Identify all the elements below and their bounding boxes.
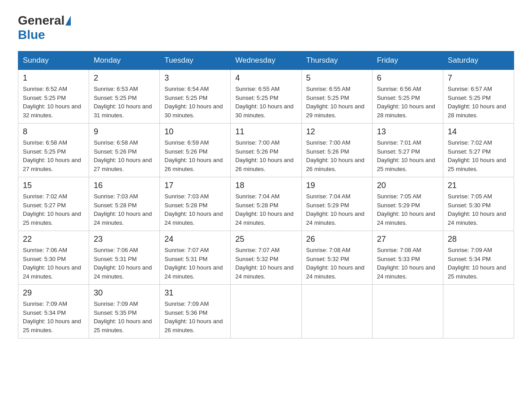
day-header-thursday: Thursday bbox=[301, 51, 372, 70]
day-number: 20 bbox=[377, 181, 438, 190]
calendar-cell: 12Sunrise: 7:00 AMSunset: 5:26 PMDayligh… bbox=[301, 124, 372, 177]
day-info: Sunrise: 7:01 AMSunset: 5:27 PMDaylight:… bbox=[377, 138, 438, 173]
day-info: Sunrise: 7:09 AMSunset: 5:35 PMDaylight:… bbox=[94, 300, 155, 334]
day-header-friday: Friday bbox=[372, 51, 443, 70]
day-info: Sunrise: 7:09 AMSunset: 5:34 PMDaylight:… bbox=[448, 246, 509, 281]
day-info: Sunrise: 6:57 AMSunset: 5:25 PMDaylight:… bbox=[448, 85, 509, 120]
calendar-cell: 20Sunrise: 7:05 AMSunset: 5:29 PMDayligh… bbox=[372, 177, 443, 231]
day-header-monday: Monday bbox=[89, 51, 160, 70]
day-number: 26 bbox=[306, 235, 368, 244]
day-info: Sunrise: 6:56 AMSunset: 5:25 PMDaylight:… bbox=[377, 85, 438, 120]
day-number: 28 bbox=[448, 235, 509, 244]
calendar-week-4: 22Sunrise: 7:06 AMSunset: 5:30 PMDayligh… bbox=[18, 231, 514, 285]
calendar-cell: 21Sunrise: 7:05 AMSunset: 5:30 PMDayligh… bbox=[443, 177, 514, 231]
calendar-week-3: 15Sunrise: 7:02 AMSunset: 5:27 PMDayligh… bbox=[18, 177, 514, 231]
calendar-cell: 29Sunrise: 7:09 AMSunset: 5:34 PMDayligh… bbox=[18, 285, 89, 338]
calendar-cell: 24Sunrise: 7:07 AMSunset: 5:31 PMDayligh… bbox=[160, 231, 231, 285]
calendar-cell: 15Sunrise: 7:02 AMSunset: 5:27 PMDayligh… bbox=[18, 177, 89, 231]
calendar-cell: 19Sunrise: 7:04 AMSunset: 5:29 PMDayligh… bbox=[301, 177, 372, 231]
calendar-cell: 14Sunrise: 7:02 AMSunset: 5:27 PMDayligh… bbox=[443, 124, 514, 177]
day-number: 6 bbox=[377, 73, 438, 83]
calendar-cell bbox=[443, 285, 514, 338]
calendar-cell bbox=[372, 285, 443, 338]
day-number: 1 bbox=[23, 73, 84, 83]
calendar-cell: 10Sunrise: 6:59 AMSunset: 5:26 PMDayligh… bbox=[160, 124, 231, 177]
calendar-cell: 26Sunrise: 7:08 AMSunset: 5:32 PMDayligh… bbox=[301, 231, 372, 285]
calendar-week-5: 29Sunrise: 7:09 AMSunset: 5:34 PMDayligh… bbox=[18, 285, 514, 338]
day-number: 11 bbox=[235, 127, 296, 137]
calendar-cell: 8Sunrise: 6:58 AMSunset: 5:25 PMDaylight… bbox=[18, 124, 89, 177]
day-number: 9 bbox=[94, 127, 155, 137]
day-info: Sunrise: 7:09 AMSunset: 5:34 PMDaylight:… bbox=[23, 300, 84, 334]
calendar-cell: 23Sunrise: 7:06 AMSunset: 5:31 PMDayligh… bbox=[89, 231, 160, 285]
day-info: Sunrise: 7:05 AMSunset: 5:30 PMDaylight:… bbox=[448, 192, 509, 227]
day-info: Sunrise: 6:58 AMSunset: 5:26 PMDaylight:… bbox=[94, 138, 155, 173]
day-number: 2 bbox=[94, 73, 155, 83]
day-number: 21 bbox=[448, 181, 509, 190]
logo-triangle-icon bbox=[65, 16, 71, 26]
calendar-cell: 1Sunrise: 6:52 AMSunset: 5:25 PMDaylight… bbox=[18, 70, 89, 124]
calendar-cell: 17Sunrise: 7:03 AMSunset: 5:28 PMDayligh… bbox=[160, 177, 231, 231]
day-header-tuesday: Tuesday bbox=[160, 51, 231, 70]
day-info: Sunrise: 7:02 AMSunset: 5:27 PMDaylight:… bbox=[448, 138, 509, 173]
day-info: Sunrise: 6:53 AMSunset: 5:25 PMDaylight:… bbox=[94, 85, 155, 120]
calendar-cell: 7Sunrise: 6:57 AMSunset: 5:25 PMDaylight… bbox=[443, 70, 514, 124]
day-info: Sunrise: 7:07 AMSunset: 5:31 PMDaylight:… bbox=[164, 246, 226, 281]
logo: General Blue bbox=[18, 13, 72, 42]
calendar-cell bbox=[231, 285, 301, 338]
calendar-cell: 28Sunrise: 7:09 AMSunset: 5:34 PMDayligh… bbox=[443, 231, 514, 285]
calendar-cell: 5Sunrise: 6:55 AMSunset: 5:25 PMDaylight… bbox=[301, 70, 372, 124]
day-info: Sunrise: 6:58 AMSunset: 5:25 PMDaylight:… bbox=[23, 138, 84, 173]
calendar-week-1: 1Sunrise: 6:52 AMSunset: 5:25 PMDaylight… bbox=[18, 70, 514, 124]
day-number: 22 bbox=[23, 235, 84, 244]
day-info: Sunrise: 7:07 AMSunset: 5:32 PMDaylight:… bbox=[235, 246, 296, 281]
day-number: 29 bbox=[23, 288, 84, 298]
day-header-sunday: Sunday bbox=[18, 51, 89, 70]
day-info: Sunrise: 7:06 AMSunset: 5:31 PMDaylight:… bbox=[94, 246, 155, 281]
day-info: Sunrise: 6:54 AMSunset: 5:25 PMDaylight:… bbox=[164, 85, 226, 120]
calendar-cell: 9Sunrise: 6:58 AMSunset: 5:26 PMDaylight… bbox=[89, 124, 160, 177]
day-header-wednesday: Wednesday bbox=[231, 51, 301, 70]
calendar-cell: 27Sunrise: 7:08 AMSunset: 5:33 PMDayligh… bbox=[372, 231, 443, 285]
calendar-cell: 25Sunrise: 7:07 AMSunset: 5:32 PMDayligh… bbox=[231, 231, 301, 285]
calendar-table: SundayMondayTuesdayWednesdayThursdayFrid… bbox=[18, 51, 514, 338]
calendar-cell: 3Sunrise: 6:54 AMSunset: 5:25 PMDaylight… bbox=[160, 70, 231, 124]
day-number: 17 bbox=[164, 181, 226, 190]
day-number: 23 bbox=[94, 235, 155, 244]
day-info: Sunrise: 6:55 AMSunset: 5:25 PMDaylight:… bbox=[306, 85, 368, 120]
day-number: 24 bbox=[164, 235, 226, 244]
calendar-cell: 16Sunrise: 7:03 AMSunset: 5:28 PMDayligh… bbox=[89, 177, 160, 231]
day-number: 5 bbox=[306, 73, 368, 83]
day-number: 4 bbox=[235, 73, 296, 83]
calendar-cell: 31Sunrise: 7:09 AMSunset: 5:36 PMDayligh… bbox=[160, 285, 231, 338]
day-number: 3 bbox=[164, 73, 226, 83]
day-info: Sunrise: 7:04 AMSunset: 5:28 PMDaylight:… bbox=[235, 192, 296, 227]
day-number: 16 bbox=[94, 181, 155, 190]
logo-general-text: General bbox=[18, 13, 64, 28]
day-info: Sunrise: 7:00 AMSunset: 5:26 PMDaylight:… bbox=[235, 138, 296, 173]
day-info: Sunrise: 7:08 AMSunset: 5:32 PMDaylight:… bbox=[306, 246, 368, 281]
day-number: 19 bbox=[306, 181, 368, 190]
day-info: Sunrise: 7:04 AMSunset: 5:29 PMDaylight:… bbox=[306, 192, 368, 227]
calendar-week-2: 8Sunrise: 6:58 AMSunset: 5:25 PMDaylight… bbox=[18, 124, 514, 177]
day-number: 31 bbox=[164, 288, 226, 298]
day-number: 18 bbox=[235, 181, 296, 190]
calendar-cell: 11Sunrise: 7:00 AMSunset: 5:26 PMDayligh… bbox=[231, 124, 301, 177]
day-number: 15 bbox=[23, 181, 84, 190]
day-number: 25 bbox=[235, 235, 296, 244]
day-info: Sunrise: 7:08 AMSunset: 5:33 PMDaylight:… bbox=[377, 246, 438, 281]
day-info: Sunrise: 7:05 AMSunset: 5:29 PMDaylight:… bbox=[377, 192, 438, 227]
day-info: Sunrise: 7:03 AMSunset: 5:28 PMDaylight:… bbox=[94, 192, 155, 227]
day-number: 13 bbox=[377, 127, 438, 137]
calendar-cell: 2Sunrise: 6:53 AMSunset: 5:25 PMDaylight… bbox=[89, 70, 160, 124]
calendar-cell bbox=[301, 285, 372, 338]
day-number: 14 bbox=[448, 127, 509, 137]
calendar-cell: 13Sunrise: 7:01 AMSunset: 5:27 PMDayligh… bbox=[372, 124, 443, 177]
logo-blue-text: Blue bbox=[18, 28, 45, 42]
day-number: 27 bbox=[377, 235, 438, 244]
day-info: Sunrise: 6:55 AMSunset: 5:25 PMDaylight:… bbox=[235, 85, 296, 120]
day-info: Sunrise: 7:06 AMSunset: 5:30 PMDaylight:… bbox=[23, 246, 84, 281]
day-info: Sunrise: 7:09 AMSunset: 5:36 PMDaylight:… bbox=[164, 300, 226, 334]
calendar-cell: 30Sunrise: 7:09 AMSunset: 5:35 PMDayligh… bbox=[89, 285, 160, 338]
day-info: Sunrise: 7:03 AMSunset: 5:28 PMDaylight:… bbox=[164, 192, 226, 227]
